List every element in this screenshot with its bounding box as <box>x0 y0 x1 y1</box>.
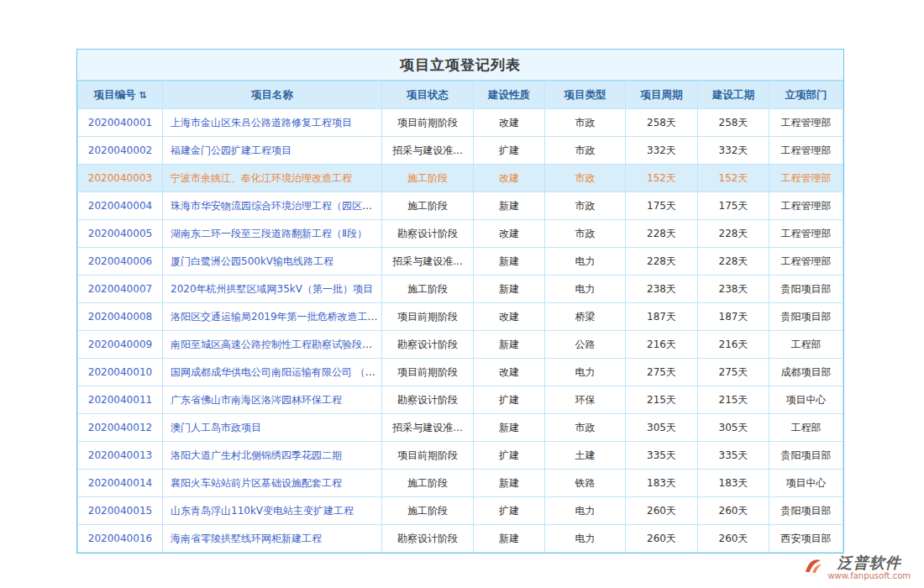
cell-nature: 改建 <box>474 165 545 192</box>
project-number-link[interactable]: 2020040011 <box>88 394 152 406</box>
cell-cycle: 228天 <box>626 248 698 276</box>
project-number-link[interactable]: 2020040010 <box>88 366 152 378</box>
sort-icon[interactable]: ⇅ <box>139 90 146 101</box>
cell-duration: 305天 <box>698 414 769 442</box>
cell-id: 2020040003 <box>78 165 163 192</box>
table-row[interactable]: 2020040010国网成都成华供电公司南阳运输有限公司 （三...项目前期阶段… <box>78 359 843 386</box>
cell-name: 2020年杭州拱墅区域网35kV（第一批）项目 <box>163 276 382 303</box>
project-number-link[interactable]: 2020040001 <box>88 117 152 129</box>
project-name-link[interactable]: 珠海市华安物流园综合环境治理工程（园区道... <box>171 200 381 212</box>
cell-type: 市政 <box>545 109 626 137</box>
table-row[interactable]: 2020040012澳门人工岛市政项目招采与建设准...新建市政305天305天… <box>78 414 843 442</box>
project-number-link[interactable]: 2020040015 <box>88 505 152 517</box>
project-number-link[interactable]: 2020040004 <box>88 200 152 212</box>
cell-dept: 成都项目部 <box>769 359 843 386</box>
project-name-link[interactable]: 厦门白鹭洲公园500kV输电线路工程 <box>171 255 333 267</box>
cell-nature: 新建 <box>474 525 545 553</box>
cell-name: 襄阳火车站站前片区基础设施配套工程 <box>163 470 382 497</box>
project-name-link[interactable]: 2020年杭州拱墅区域网35kV（第一批）项目 <box>171 283 373 295</box>
cell-duration: 228天 <box>698 220 769 248</box>
project-name-link[interactable]: 洛阳大道广生村北侧锦绣四季花园二期 <box>171 449 342 461</box>
column-header-label: 项目类型 <box>564 88 606 101</box>
cell-nature: 改建 <box>474 303 545 331</box>
table-row[interactable]: 2020040009南阳至城区高速公路控制性工程勘察试验段土...勘察设计阶段新… <box>78 331 843 359</box>
project-number-link[interactable]: 2020040002 <box>88 144 152 156</box>
project-number-link[interactable]: 2020040007 <box>88 283 152 295</box>
project-name-link[interactable]: 洛阳区交通运输局2019年第一批危桥改造工程... <box>171 311 382 323</box>
project-name-link[interactable]: 澳门人工岛市政项目 <box>171 422 261 433</box>
project-number-link[interactable]: 2020040006 <box>88 255 152 267</box>
table-row[interactable]: 2020040001上海市金山区朱吕公路道路修复工程项目项目前期阶段改建市政25… <box>78 109 843 137</box>
cell-nature: 新建 <box>474 470 545 497</box>
cell-type: 电力 <box>545 525 626 553</box>
cell-cycle: 335天 <box>626 442 698 470</box>
column-header-6: 项目周期 <box>626 81 698 109</box>
cell-id: 2020040009 <box>78 331 163 359</box>
cell-status: 招采与建设准... <box>382 137 474 165</box>
brand-url-link[interactable]: www.fanpusoft.com <box>827 571 911 581</box>
cell-type: 市政 <box>545 137 626 165</box>
header-row: 项目编号⇅项目名称项目状态建设性质项目类型项目周期建设工期立项部门 <box>78 81 843 109</box>
table-row[interactable]: 2020040002福建金门公园扩建工程项目招采与建设准...扩建市政332天3… <box>78 137 843 165</box>
project-name-link[interactable]: 海南省零陵拱墅线环网柜新建工程 <box>171 533 322 544</box>
project-name-link[interactable]: 山东青岛浮山110kV变电站主变扩建工程 <box>171 505 354 517</box>
cell-id: 2020040008 <box>78 303 163 331</box>
project-number-link[interactable]: 2020040014 <box>88 477 152 489</box>
table-row[interactable]: 2020040008洛阳区交通运输局2019年第一批危桥改造工程...项目前期阶… <box>78 303 843 331</box>
cell-nature: 新建 <box>474 414 545 442</box>
cell-dept: 工程管理部 <box>769 192 843 220</box>
column-header-label: 项目周期 <box>641 88 683 101</box>
cell-duration: 335天 <box>698 442 769 470</box>
project-number-link[interactable]: 2020040008 <box>88 311 152 323</box>
table-row[interactable]: 2020040011广东省佛山市南海区洛涔园林环保工程勘察设计阶段扩建环保215… <box>78 386 843 414</box>
table-row[interactable]: 2020040003宁波市余姚江、奉化江环境治理改造工程施工阶段改建市政152天… <box>78 165 843 192</box>
project-name-link[interactable]: 国网成都成华供电公司南阳运输有限公司 （三... <box>171 366 382 378</box>
cell-name: 广东省佛山市南海区洛涔园林环保工程 <box>163 386 382 414</box>
table-row[interactable]: 2020040013洛阳大道广生村北侧锦绣四季花园二期项目前期阶段扩建土建335… <box>78 442 843 470</box>
cell-dept: 项目中心 <box>769 470 843 497</box>
cell-nature: 新建 <box>474 276 545 303</box>
cell-id: 2020040014 <box>78 470 163 497</box>
cell-status: 勘察设计阶段 <box>382 525 474 553</box>
cell-cycle: 183天 <box>626 470 698 497</box>
table-row[interactable]: 2020040006厦门白鹭洲公园500kV输电线路工程招采与建设准...新建电… <box>78 248 843 276</box>
table-row[interactable]: 2020040004珠海市华安物流园综合环境治理工程（园区道...施工阶段新建市… <box>78 192 843 220</box>
cell-name: 厦门白鹭洲公园500kV输电线路工程 <box>163 248 382 276</box>
brand-name: 泛普软件 <box>837 554 901 571</box>
cell-duration: 260天 <box>698 497 769 525</box>
cell-duration: 258天 <box>698 109 769 137</box>
project-name-link[interactable]: 广东省佛山市南海区洛涔园林环保工程 <box>171 394 342 406</box>
project-name-link[interactable]: 福建金门公园扩建工程项目 <box>171 144 291 156</box>
table-row[interactable]: 2020040015山东青岛浮山110kV变电站主变扩建工程施工阶段扩建电力26… <box>78 497 843 525</box>
table-row[interactable]: 2020040014襄阳火车站站前片区基础设施配套工程施工阶段新建铁路183天1… <box>78 470 843 497</box>
project-name-link[interactable]: 湖南东二环一段至三段道路翻新工程（Ⅱ段） <box>171 228 367 239</box>
cell-duration: 332天 <box>698 137 769 165</box>
table-body: 2020040001上海市金山区朱吕公路道路修复工程项目项目前期阶段改建市政25… <box>78 109 843 553</box>
project-number-link[interactable]: 2020040016 <box>88 533 152 544</box>
table-row[interactable]: 2020040016海南省零陵拱墅线环网柜新建工程勘察设计阶段新建电力260天2… <box>78 525 843 553</box>
cell-dept: 工程管理部 <box>769 109 843 137</box>
cell-type: 电力 <box>545 276 626 303</box>
cell-cycle: 305天 <box>626 414 698 442</box>
cell-duration: 275天 <box>698 359 769 386</box>
cell-type: 土建 <box>545 442 626 470</box>
cell-cycle: 175天 <box>626 192 698 220</box>
project-number-link[interactable]: 2020040003 <box>88 172 152 184</box>
column-header-1[interactable]: 项目编号⇅ <box>78 81 163 109</box>
cell-id: 2020040015 <box>78 497 163 525</box>
project-number-link[interactable]: 2020040009 <box>88 339 152 350</box>
project-name-link[interactable]: 南阳至城区高速公路控制性工程勘察试验段土... <box>171 339 381 350</box>
cell-name: 福建金门公园扩建工程项目 <box>163 137 382 165</box>
cell-name: 洛阳区交通运输局2019年第一批危桥改造工程... <box>163 303 382 331</box>
project-name-link[interactable]: 上海市金山区朱吕公路道路修复工程项目 <box>171 117 352 129</box>
project-number-link[interactable]: 2020040012 <box>88 422 152 433</box>
table-row[interactable]: 2020040005湖南东二环一段至三段道路翻新工程（Ⅱ段）勘察设计阶段改建市政… <box>78 220 843 248</box>
project-number-link[interactable]: 2020040013 <box>88 449 152 461</box>
cell-dept: 贵阳项目部 <box>769 442 843 470</box>
project-name-link[interactable]: 宁波市余姚江、奉化江环境治理改造工程 <box>171 172 352 184</box>
cell-id: 2020040016 <box>78 525 163 553</box>
project-name-link[interactable]: 襄阳火车站站前片区基础设施配套工程 <box>171 477 342 489</box>
table-row[interactable]: 20200400072020年杭州拱墅区域网35kV（第一批）项目施工阶段新建电… <box>78 276 843 303</box>
project-number-link[interactable]: 2020040005 <box>88 228 152 239</box>
cell-id: 2020040006 <box>78 248 163 276</box>
